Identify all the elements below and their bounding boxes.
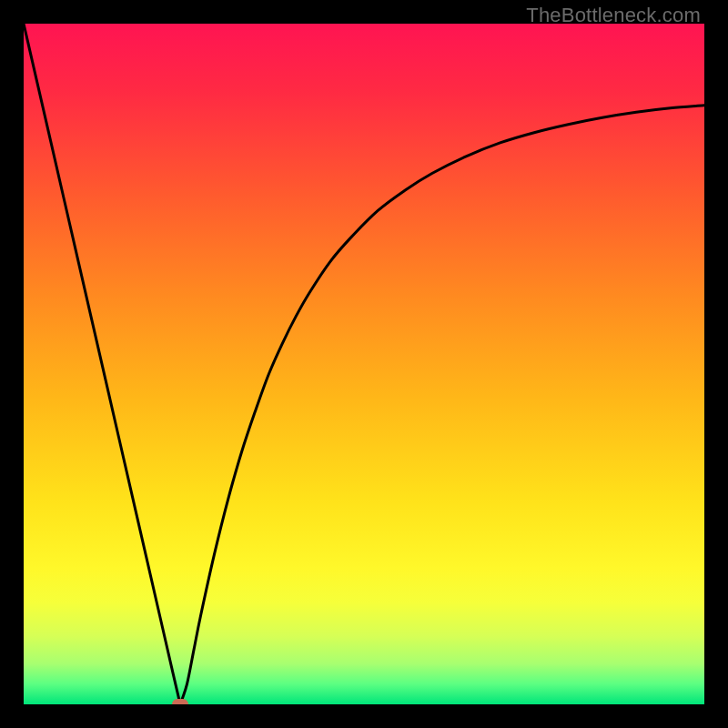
minimum-marker (172, 699, 188, 704)
bottleneck-curve (24, 24, 704, 704)
chart-frame: TheBottleneck.com (0, 0, 728, 728)
watermark-label: TheBottleneck.com (526, 4, 701, 27)
plot-area (24, 24, 704, 704)
